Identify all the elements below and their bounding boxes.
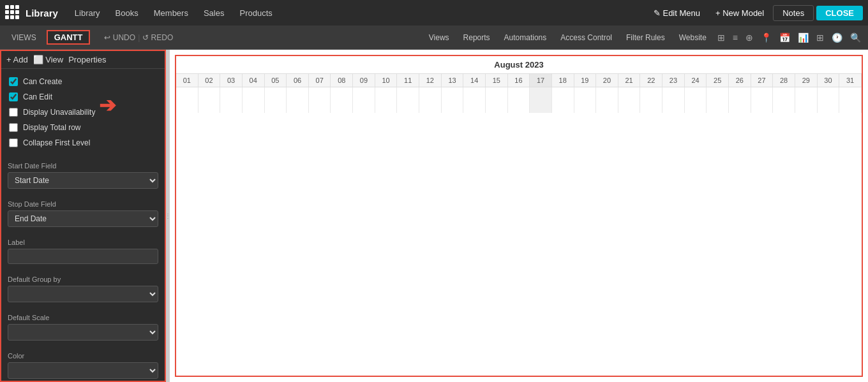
- close-button[interactable]: CLOSE: [816, 6, 863, 20]
- start-date-field-select[interactable]: Start Date: [8, 172, 158, 189]
- display-unavailability-checkbox[interactable]: [9, 108, 18, 117]
- panel-toolbar: + Add ⬜ View Properties: [1, 51, 165, 69]
- nav-products[interactable]: Products: [233, 0, 278, 26]
- edit-menu-button[interactable]: ✎ Edit Menu: [647, 6, 707, 20]
- view-grid-icon[interactable]: ⊞: [814, 33, 826, 43]
- search-icon[interactable]: 🔍: [848, 33, 863, 43]
- gantt-day-27: 27: [751, 74, 774, 87]
- gantt-body-cell-01[interactable]: [176, 87, 198, 113]
- default-scale-select[interactable]: [8, 324, 158, 341]
- gantt-body-cell-02[interactable]: [198, 87, 221, 113]
- nav-views[interactable]: Views: [424, 33, 454, 42]
- gantt-body-cell-08[interactable]: [331, 87, 353, 113]
- view-kanban-icon[interactable]: ⊞: [715, 33, 727, 43]
- nav-library[interactable]: Library: [68, 0, 107, 26]
- default-group-by-label: Default Group by: [8, 275, 158, 283]
- gantt-body-cell-06[interactable]: [287, 87, 309, 113]
- label-field-input[interactable]: [8, 249, 158, 264]
- nav-filter-rules[interactable]: Filter Rules: [621, 33, 670, 42]
- checkbox-display-total-row: Display Total row: [8, 120, 158, 135]
- secondary-navbar: VIEWS GANTT ↩ UNDO | ↺ REDO Views Report…: [0, 26, 868, 50]
- gantt-body-cell-19[interactable]: [574, 87, 597, 113]
- gantt-body-cell-22[interactable]: [640, 87, 662, 113]
- properties-button[interactable]: Properties: [68, 55, 106, 64]
- undo-redo-bar: ↩ UNDO | ↺ REDO: [104, 33, 173, 42]
- gantt-body-cell-11[interactable]: [397, 87, 419, 113]
- gantt-body-cell-17[interactable]: [530, 87, 552, 113]
- collapse-first-level-checkbox[interactable]: [9, 138, 18, 147]
- view-map-icon[interactable]: ⊕: [744, 33, 755, 43]
- default-group-by-select[interactable]: [8, 286, 158, 302]
- can-create-label: Can Create: [23, 77, 62, 86]
- gantt-body-cell-15[interactable]: [486, 87, 508, 113]
- gantt-day-14: 14: [463, 74, 486, 87]
- left-panel: + Add ⬜ View Properties Can Create Can E…: [0, 50, 166, 382]
- nav-automations[interactable]: Automations: [499, 33, 552, 42]
- right-nav-icons: Views Reports Automations Access Control…: [424, 33, 863, 43]
- can-edit-label: Can Edit: [23, 92, 52, 101]
- tab-gantt[interactable]: GANTT: [47, 30, 91, 45]
- gantt-day-21: 21: [618, 74, 641, 87]
- display-total-row-checkbox[interactable]: [9, 123, 18, 132]
- stop-date-field-section: Stop Date Field End Date: [1, 194, 165, 232]
- gantt-body-cell-10[interactable]: [375, 87, 398, 113]
- notes-button[interactable]: Notes: [773, 5, 814, 21]
- view-clock-icon[interactable]: 🕐: [830, 33, 844, 43]
- color-section: Color: [1, 346, 165, 382]
- gantt-day-23: 23: [662, 74, 685, 87]
- app-grid-icon[interactable]: [5, 5, 20, 20]
- gantt-body-cell-07[interactable]: [309, 87, 331, 113]
- tab-views[interactable]: VIEWS: [5, 26, 43, 50]
- redo-button[interactable]: ↺ REDO: [142, 33, 173, 42]
- display-total-row-label: Display Total row: [23, 123, 80, 132]
- gantt-body-cell-04[interactable]: [243, 87, 265, 113]
- view-button[interactable]: ⬜ View: [33, 55, 64, 64]
- add-button[interactable]: + Add: [6, 55, 28, 64]
- gantt-body-cell-28[interactable]: [773, 87, 795, 113]
- gantt-body-cell-26[interactable]: [729, 87, 751, 113]
- gantt-body-cell-27[interactable]: [751, 87, 774, 113]
- gantt-body-cell-03[interactable]: [220, 87, 243, 113]
- gantt-body-cell-09[interactable]: [353, 87, 375, 113]
- gantt-body-cell-29[interactable]: [795, 87, 818, 113]
- color-select[interactable]: [8, 362, 158, 379]
- gantt-body-cell-31[interactable]: [839, 87, 862, 113]
- view-chart-icon[interactable]: 📊: [796, 33, 811, 43]
- nav-sales[interactable]: Sales: [197, 0, 231, 26]
- gantt-day-09: 09: [353, 74, 375, 87]
- gantt-body-cell-14[interactable]: [463, 87, 486, 113]
- new-model-button[interactable]: + New Model: [709, 6, 770, 20]
- gantt-body-cell-05[interactable]: [265, 87, 287, 113]
- gantt-day-13: 13: [442, 74, 464, 87]
- gantt-day-26: 26: [729, 74, 751, 87]
- nav-members[interactable]: Members: [147, 0, 195, 26]
- nav-books[interactable]: Books: [109, 0, 145, 26]
- gantt-body-cell-18[interactable]: [552, 87, 574, 113]
- gantt-body-cell-13[interactable]: [442, 87, 464, 113]
- stop-date-field-select[interactable]: End Date: [8, 210, 158, 227]
- gantt-body-cell-24[interactable]: [685, 87, 707, 113]
- gantt-body-cell-12[interactable]: [419, 87, 442, 113]
- gantt-body-cell-16[interactable]: [508, 87, 530, 113]
- can-create-checkbox[interactable]: [9, 77, 18, 86]
- gantt-body-cell-30[interactable]: [818, 87, 840, 113]
- nav-access-control[interactable]: Access Control: [555, 33, 617, 42]
- gantt-body-cell-20[interactable]: [596, 87, 618, 113]
- gantt-body-cell-21[interactable]: [618, 87, 641, 113]
- gantt-day-11: 11: [397, 74, 419, 87]
- stop-date-field-label: Stop Date Field: [8, 200, 158, 208]
- undo-button[interactable]: ↩ UNDO: [104, 33, 135, 42]
- view-pin-icon[interactable]: 📍: [759, 33, 774, 43]
- checkbox-collapse-first-level: Collapse First Level: [8, 135, 158, 151]
- default-scale-section: Default Scale: [1, 307, 165, 346]
- gantt-day-04: 04: [243, 74, 265, 87]
- view-list-icon[interactable]: ≡: [731, 33, 740, 43]
- gantt-body-cell-23[interactable]: [662, 87, 685, 113]
- nav-reports[interactable]: Reports: [458, 33, 495, 42]
- nav-website[interactable]: Website: [674, 33, 712, 42]
- can-edit-checkbox[interactable]: [9, 92, 18, 101]
- view-calendar-icon[interactable]: 📅: [777, 33, 792, 43]
- separator: |: [138, 33, 140, 42]
- gantt-body-cell-25[interactable]: [707, 87, 729, 113]
- gantt-day-06: 06: [287, 74, 309, 87]
